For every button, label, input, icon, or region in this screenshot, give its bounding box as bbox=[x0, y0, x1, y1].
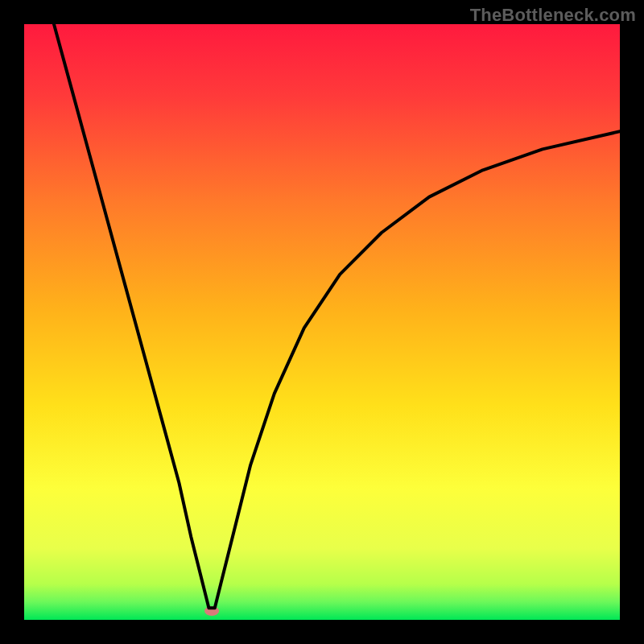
plot-area bbox=[24, 24, 620, 620]
chart-canvas bbox=[24, 24, 620, 620]
gradient-background bbox=[24, 24, 620, 620]
chart-frame: TheBottleneck.com bbox=[0, 0, 644, 644]
watermark-text: TheBottleneck.com bbox=[470, 5, 636, 26]
